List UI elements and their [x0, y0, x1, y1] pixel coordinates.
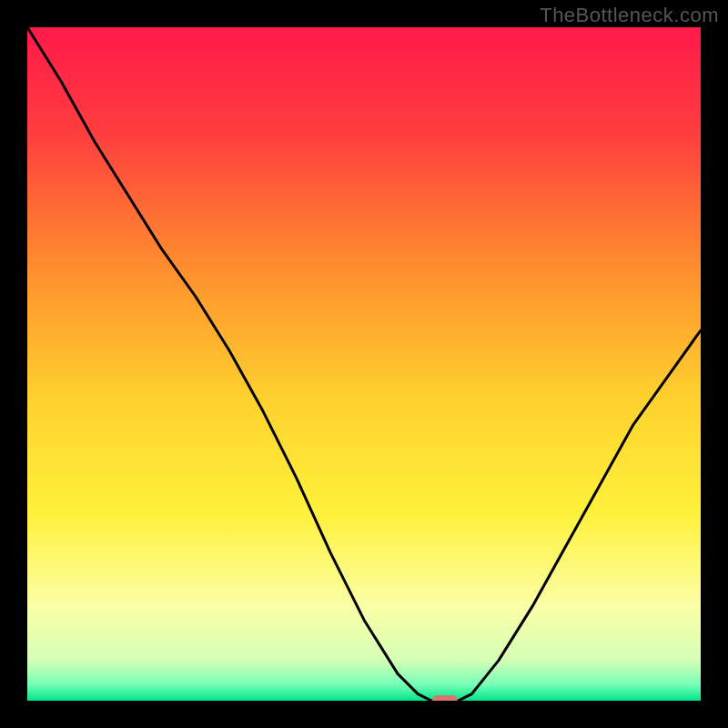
bottleneck-chart	[27, 27, 701, 701]
chart-background	[27, 27, 701, 701]
watermark-text: TheBottleneck.com	[540, 4, 719, 27]
optimal-marker	[432, 695, 458, 701]
chart-svg	[27, 27, 701, 701]
